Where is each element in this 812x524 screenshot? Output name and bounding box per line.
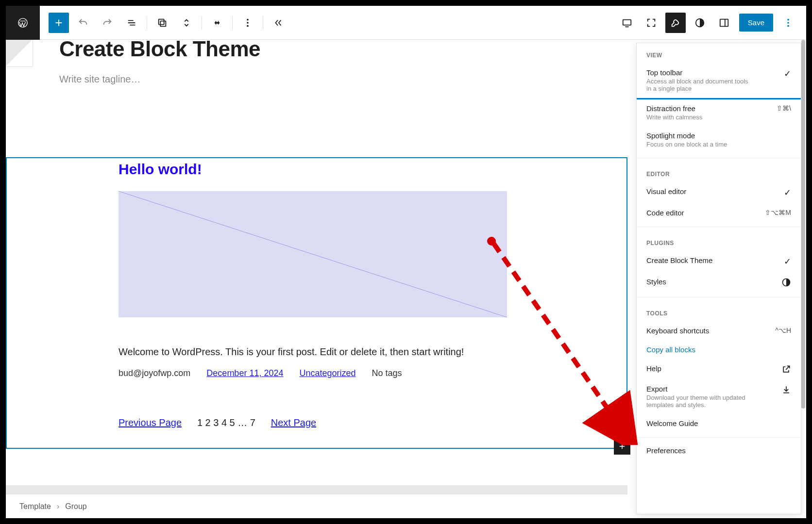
svg-point-10 xyxy=(787,22,789,24)
block-appender-button[interactable] xyxy=(614,438,630,455)
shortcut-label: ⇧⌥⌘M xyxy=(765,209,791,216)
svg-point-9 xyxy=(787,18,789,20)
menu-item-label: Export xyxy=(646,385,781,393)
block-breadcrumb: Template › Group xyxy=(6,494,627,518)
redo-button[interactable] xyxy=(97,13,118,33)
menu-item-label: Create Block Theme xyxy=(646,256,784,264)
copy-button[interactable] xyxy=(152,13,172,33)
separator xyxy=(147,16,147,30)
post-content[interactable]: Welcome to WordPress. This is your first… xyxy=(118,346,515,358)
move-updown-button[interactable] xyxy=(176,13,197,33)
undo-button[interactable] xyxy=(73,13,93,33)
separator xyxy=(202,16,202,30)
menu-item-sub: Write with calmness xyxy=(646,114,753,121)
menu-item-label: Welcome Guide xyxy=(646,419,791,427)
separator xyxy=(232,16,233,30)
menu-item-copy-all-blocks[interactable]: Copy all blocks xyxy=(637,341,801,360)
shortcut-label: ⇧⌘\ xyxy=(777,104,791,112)
post-title[interactable]: Hello world! xyxy=(118,161,515,178)
svg-rect-2 xyxy=(159,19,164,24)
menu-item-keyboard-shortcuts[interactable]: Keyboard shortcuts ^⌥H xyxy=(637,322,801,341)
menu-item-label: Visual editor xyxy=(646,187,784,196)
wordpress-logo-button[interactable] xyxy=(6,6,40,40)
svg-line-12 xyxy=(118,191,507,317)
svg-point-5 xyxy=(247,25,249,27)
more-options-button[interactable] xyxy=(237,13,258,33)
menu-item-label: Copy all blocks xyxy=(646,345,791,354)
pagination: Previous Page 1 2 3 4 5 … 7 Next Page xyxy=(118,417,515,428)
menu-item-label: Distraction free xyxy=(646,104,777,113)
section-editor-label: EDITOR xyxy=(637,162,801,182)
menu-item-preferences[interactable]: Preferences xyxy=(637,442,801,460)
menu-item-code-editor[interactable]: Code editor ⇧⌥⌘M xyxy=(637,204,801,223)
svg-point-4 xyxy=(247,22,249,24)
menu-item-visual-editor[interactable]: Visual editor xyxy=(637,182,801,204)
menu-item-export[interactable]: Export Download your theme with updated … xyxy=(637,380,801,414)
shortcut-label: ^⌥H xyxy=(775,327,791,334)
desktop-view-button[interactable] xyxy=(617,13,637,33)
menu-item-top-toolbar[interactable]: Top toolbar Access all block and documen… xyxy=(637,64,801,99)
add-block-button[interactable] xyxy=(49,13,69,33)
panel-scrollbar[interactable] xyxy=(801,40,805,409)
check-icon xyxy=(784,187,791,198)
menu-item-label: Preferences xyxy=(646,446,791,455)
section-tools-label: TOOLS xyxy=(637,301,801,322)
tools-button[interactable] xyxy=(665,13,686,33)
post-tags: No tags xyxy=(372,368,402,378)
styles-button[interactable] xyxy=(690,13,710,33)
horizontal-scrollbar[interactable] xyxy=(6,485,627,494)
separator xyxy=(263,16,263,30)
menu-item-help[interactable]: Help xyxy=(637,360,801,380)
menu-item-label: Code editor xyxy=(646,209,765,217)
menu-item-label: Keyboard shortcuts xyxy=(646,327,775,335)
svg-rect-6 xyxy=(623,19,631,25)
menu-item-create-block-theme[interactable]: Create Block Theme xyxy=(637,251,801,273)
chevron-right-icon: › xyxy=(57,502,59,511)
top-toolbar: Save xyxy=(6,6,806,40)
list-view-button[interactable] xyxy=(121,13,142,33)
menu-item-distraction-free[interactable]: Distraction free Write with calmness ⇧⌘\ xyxy=(637,99,801,127)
menu-item-sub: Download your theme with updated templat… xyxy=(646,394,753,409)
menu-item-sub: Focus on one block at a time xyxy=(646,141,753,148)
download-icon xyxy=(781,385,791,394)
menu-item-spotlight-mode[interactable]: Spotlight mode Focus on one block at a t… xyxy=(637,127,801,154)
contrast-icon xyxy=(781,278,791,287)
section-view-label: VIEW xyxy=(637,43,801,64)
svg-rect-1 xyxy=(160,21,166,26)
collapse-toolbar-button[interactable] xyxy=(268,13,288,33)
selected-group-block[interactable]: Hello world! Welcome to WordPress. This … xyxy=(6,157,627,449)
drag-handle-button[interactable] xyxy=(207,13,227,33)
menu-item-label: Help xyxy=(646,364,781,373)
fullscreen-button[interactable] xyxy=(641,13,661,33)
save-button[interactable]: Save xyxy=(739,14,773,32)
next-page-link[interactable]: Next Page xyxy=(271,417,316,428)
menu-item-styles[interactable]: Styles xyxy=(637,273,801,293)
external-link-icon xyxy=(781,364,791,374)
check-icon xyxy=(784,256,791,267)
breadcrumb-template[interactable]: Template xyxy=(19,502,51,511)
section-plugins-label: PLUGINS xyxy=(637,231,801,251)
svg-point-3 xyxy=(247,18,249,20)
menu-item-label: Spotlight mode xyxy=(646,131,791,140)
post-category-link[interactable]: Uncategorized xyxy=(299,368,355,378)
page-numbers[interactable]: 1 2 3 4 5 … 7 xyxy=(197,417,255,428)
post-meta: bud@joyofwp.com December 11, 2024 Uncate… xyxy=(118,368,515,378)
svg-point-11 xyxy=(787,25,789,27)
check-icon xyxy=(784,68,791,79)
post-author: bud@joyofwp.com xyxy=(118,368,190,378)
options-menu-panel: VIEW Top toolbar Access all block and do… xyxy=(636,43,801,514)
post-date-link[interactable]: December 11, 2024 xyxy=(206,368,283,378)
options-menu-button[interactable] xyxy=(778,13,798,33)
breadcrumb-group[interactable]: Group xyxy=(65,502,86,511)
menu-item-label: Styles xyxy=(646,278,781,286)
settings-sidebar-button[interactable] xyxy=(714,13,734,33)
menu-item-sub: Access all block and document tools in a… xyxy=(646,78,753,92)
menu-item-label: Top toolbar xyxy=(646,68,784,77)
svg-rect-8 xyxy=(720,19,728,26)
featured-image-placeholder[interactable] xyxy=(118,191,507,317)
menu-item-welcome-guide[interactable]: Welcome Guide xyxy=(637,414,801,433)
prev-page-link[interactable]: Previous Page xyxy=(118,417,182,428)
